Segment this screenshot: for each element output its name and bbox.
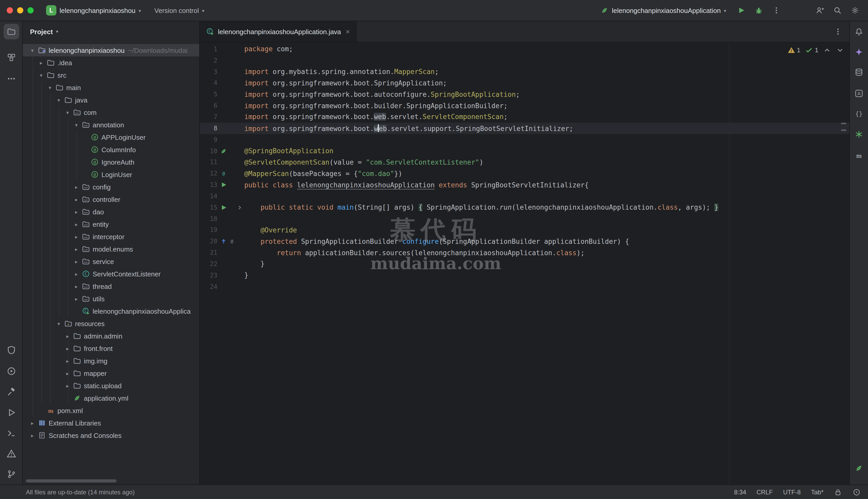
run-configuration-selector[interactable]: lelenongchanpinxiaoshouApplication ▾ [596, 4, 730, 16]
chevron-right-icon[interactable]: ▸ [72, 196, 81, 202]
chevron-down-icon[interactable]: ▾ [28, 47, 37, 53]
tree-item-servletcontextlistener[interactable]: ▸CServletContextListener [23, 268, 199, 280]
line-number[interactable]: 1 [200, 46, 217, 53]
line-number[interactable]: 9 [200, 136, 217, 143]
version-control-tool-button[interactable] [4, 466, 19, 482]
tree-item-external-libraries[interactable]: ▸External Libraries [23, 417, 199, 429]
project-selector[interactable]: L lelenongchanpinxiaoshou ▾ [42, 3, 145, 17]
tree-item-application-yml[interactable]: application.yml [23, 392, 199, 404]
spring-boot-tool-button[interactable] [852, 461, 866, 475]
chevron-right-icon[interactable]: ▸ [72, 246, 81, 252]
horizontal-scrollbar[interactable] [26, 479, 117, 483]
version-control-menu[interactable]: Version control ▾ [150, 4, 209, 16]
caret-position-widget[interactable]: 8:34 [734, 488, 746, 496]
chevron-down-icon[interactable]: ▾ [72, 122, 81, 127]
tree-item-com[interactable]: ▾com [23, 106, 199, 119]
tree-item-model-enums[interactable]: ▸model.enums [23, 243, 199, 255]
structure-tool-button[interactable] [4, 50, 19, 65]
project-panel-header[interactable]: Project ▾ [23, 21, 199, 42]
database-tool-button[interactable] [852, 65, 866, 79]
debug-button[interactable] [752, 4, 766, 17]
error-stripe-mark[interactable] [841, 130, 846, 131]
tree-item-controller[interactable]: ▸controller [23, 193, 199, 206]
editor-tab[interactable]: C lelenongchanpinxiaoshouApplication.jav… [200, 21, 357, 42]
chevron-right-icon[interactable]: ▸ [28, 420, 37, 426]
tree-item-scratches-and-consoles[interactable]: ▸Scratches and Consoles [23, 429, 199, 441]
ai-assistant-tool-button[interactable] [852, 45, 866, 59]
run-outline-tool-button[interactable] [4, 405, 19, 420]
chevron-right-icon[interactable]: ▸ [72, 296, 81, 302]
tree-item-loginuser[interactable]: @LoginUser [23, 168, 199, 181]
tree-item-ignoreauth[interactable]: @IgnoreAuth [23, 156, 199, 168]
line-number[interactable]: 15 [200, 204, 217, 211]
line-number[interactable]: 13 [200, 181, 217, 188]
at-gutter-icon[interactable]: @ [228, 238, 235, 245]
settings-button[interactable] [848, 4, 862, 17]
line-number[interactable]: 10 [200, 147, 217, 155]
tree-item-lelenongchanpinxiaoshou[interactable]: ▾lelenongchanpinxiaoshou~/Downloads/muda… [23, 44, 199, 57]
project-tool-button[interactable] [4, 24, 19, 39]
line-number[interactable]: 2 [200, 57, 217, 64]
run-gutter-icon[interactable] [220, 181, 227, 188]
line-number[interactable]: 14 [200, 193, 217, 200]
encoding-widget[interactable]: UTF-8 [783, 488, 801, 496]
line-number[interactable]: 7 [200, 113, 217, 121]
invite-user-button[interactable] [813, 4, 827, 17]
build-tool-button[interactable] [4, 384, 19, 400]
next-problem-button[interactable] [836, 46, 844, 54]
line-number[interactable]: 5 [200, 91, 217, 98]
line-number[interactable]: 6 [200, 102, 217, 109]
close-window-button[interactable] [7, 7, 13, 13]
line-number[interactable]: 12 [200, 170, 217, 177]
chevron-right-icon[interactable]: ▸ [72, 283, 81, 289]
line-number[interactable]: 11 [200, 159, 217, 166]
chevron-right-icon[interactable]: ▸ [72, 221, 81, 227]
chevron-down-icon[interactable]: ▾ [63, 109, 72, 115]
tree-item-apploginuser[interactable]: @APPLoginUser [23, 131, 199, 143]
line-separator-widget[interactable]: CRLF [757, 488, 773, 496]
close-tab-icon[interactable]: × [346, 27, 350, 36]
tree-item-thread[interactable]: ▸thread [23, 280, 199, 292]
chevron-right-icon[interactable]: ▸ [72, 184, 81, 190]
more-actions-button[interactable] [770, 4, 783, 17]
tree-item-interceptor[interactable]: ▸interceptor [23, 230, 199, 243]
fold-gutter-icon[interactable] [236, 204, 243, 211]
chevron-right-icon[interactable]: ▸ [28, 433, 37, 438]
chevron-right-icon[interactable]: ▸ [72, 234, 81, 240]
tree-item--idea[interactable]: ▸.idea [23, 57, 199, 69]
tree-item-pom-xml[interactable]: mpom.xml [23, 404, 199, 417]
tree-item-admin-admin[interactable]: ▸admin.admin [23, 330, 199, 342]
tree-item-service[interactable]: ▸service [23, 255, 199, 268]
line-number[interactable]: 18 [200, 215, 217, 222]
mapper-gutter-icon[interactable]: @ [220, 170, 227, 177]
tree-item-resources[interactable]: ▾resources [23, 317, 199, 330]
tree-item-img-img[interactable]: ▸img.img [23, 355, 199, 367]
tree-item-front-front[interactable]: ▸front.front [23, 342, 199, 355]
tree-item-dao[interactable]: ▸dao [23, 206, 199, 218]
line-number[interactable]: 22 [200, 260, 217, 268]
background-tasks-icon[interactable] [853, 488, 861, 496]
tree-item-entity[interactable]: ▸entity [23, 218, 199, 230]
spring-gutter-icon[interactable] [220, 147, 227, 155]
search-everywhere-button[interactable] [831, 4, 844, 17]
pull-requests-tool-button[interactable] [4, 342, 19, 358]
spring-flower-tool-button[interactable] [852, 127, 866, 141]
chevron-right-icon[interactable]: ▸ [72, 258, 81, 264]
terminal-tool-button[interactable] [4, 426, 19, 441]
line-number[interactable]: 23 [200, 272, 217, 279]
inspection-warnings[interactable]: 1 [787, 46, 800, 54]
tree-item-columninfo[interactable]: @ColumnInfo [23, 143, 199, 156]
tree-item-lelenongchanpinxiaoshouapplica[interactable]: ClelenongchanpinxiaoshouApplica [23, 305, 199, 317]
run-button[interactable] [734, 4, 748, 17]
lock-icon[interactable] [834, 488, 842, 496]
tree-item-config[interactable]: ▸config [23, 181, 199, 193]
line-number[interactable]: 19 [200, 227, 217, 234]
line-number[interactable]: 4 [200, 80, 217, 87]
chevron-down-icon[interactable]: ▾ [46, 85, 54, 90]
inspection-passed[interactable]: 1 [805, 46, 818, 54]
minimize-window-button[interactable] [17, 7, 23, 13]
services-tool-button[interactable] [4, 363, 19, 379]
translate-tool-button[interactable]: A [852, 86, 866, 100]
override-gutter-icon[interactable] [220, 238, 227, 245]
chevron-down-icon[interactable]: ▾ [54, 321, 63, 326]
